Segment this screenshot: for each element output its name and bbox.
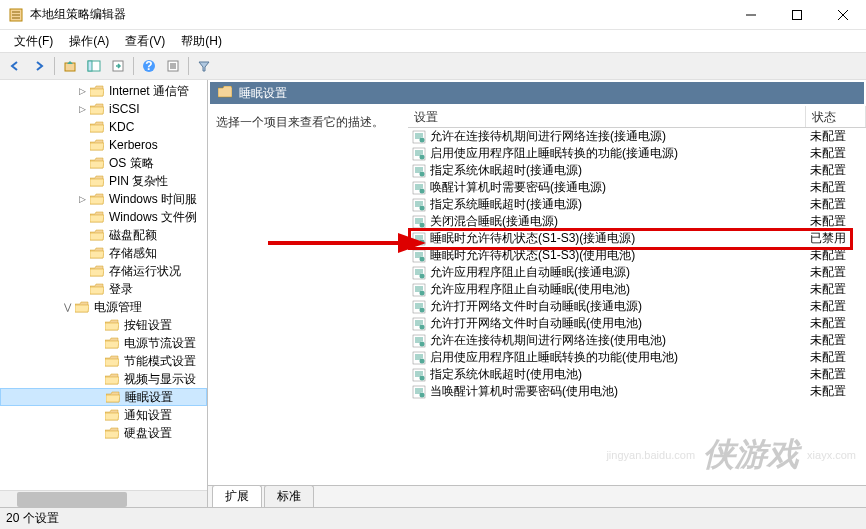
setting-row[interactable]: 指定系统休眠超时(接通电源)未配置 [408,162,866,179]
back-button[interactable] [4,55,26,77]
tree-item[interactable]: 电源节流设置 [0,334,207,352]
folder-icon [90,228,106,242]
tree-expander-icon[interactable]: ▷ [75,102,89,116]
tree-expander-icon[interactable]: ▷ [75,84,89,98]
forward-button[interactable] [28,55,50,77]
tree-item[interactable]: ▷iSCSI [0,100,207,118]
setting-row[interactable]: 指定系统休眠超时(使用电池)未配置 [408,366,866,383]
setting-row[interactable]: 允许应用程序阻止自动睡眠(使用电池)未配置 [408,281,866,298]
tree-item[interactable]: ▷Internet 通信管 [0,82,207,100]
tree-expander-icon[interactable] [75,264,89,278]
tree-expander-icon[interactable] [90,426,104,440]
tree-expander-icon[interactable]: ⋁ [60,300,74,314]
setting-row[interactable]: 允许打开网络文件时自动睡眠(使用电池)未配置 [408,315,866,332]
menu-view[interactable]: 查看(V) [117,31,173,52]
window-title: 本地组策略编辑器 [30,6,728,23]
menu-action[interactable]: 操作(A) [61,31,117,52]
setting-row[interactable]: 允许应用程序阻止自动睡眠(接通电源)未配置 [408,264,866,281]
export-button[interactable] [107,55,129,77]
setting-row[interactable]: 允许在连接待机期间进行网络连接(接通电源)未配置 [408,128,866,145]
tree-item[interactable]: Kerberos [0,136,207,154]
tree-h-scrollbar[interactable] [0,490,207,507]
tree-expander-icon[interactable] [75,174,89,188]
setting-row[interactable]: 睡眠时允许待机状态(S1-S3)(接通电源)已禁用 [408,230,866,247]
folder-icon [90,264,106,278]
filter-button[interactable] [193,55,215,77]
tree-item[interactable]: 硬盘设置 [0,424,207,442]
properties-button[interactable] [162,55,184,77]
tree-item[interactable]: OS 策略 [0,154,207,172]
setting-label: 启用使应用程序阻止睡眠转换的功能(使用电池) [430,349,678,366]
titlebar-buttons [728,0,866,30]
setting-row[interactable]: 允许打开网络文件时自动睡眠(接通电源)未配置 [408,298,866,315]
setting-row[interactable]: 当唤醒计算机时需要密码(使用电池)未配置 [408,383,866,400]
column-setting[interactable]: 设置 [408,106,806,127]
tree-expander-icon[interactable] [90,354,104,368]
menu-file[interactable]: 文件(F) [6,31,61,52]
tree-item[interactable]: ⋁电源管理 [0,298,207,316]
titlebar: 本地组策略编辑器 [0,0,866,30]
up-button[interactable] [59,55,81,77]
tree-item[interactable]: 按钮设置 [0,316,207,334]
setting-label: 指定系统休眠超时(使用电池) [430,366,582,383]
folder-icon [90,102,106,116]
setting-row[interactable]: 睡眠时允许待机状态(S1-S3)(使用电池)未配置 [408,247,866,264]
svg-point-37 [420,188,425,193]
tree-item-label: 存储感知 [109,245,157,262]
tree-expander-icon[interactable] [90,372,104,386]
minimize-button[interactable] [728,0,774,30]
tree-expander-icon[interactable] [75,246,89,260]
tree-expander-icon[interactable] [90,318,104,332]
setting-label: 允许打开网络文件时自动睡眠(使用电池) [430,315,642,332]
tree-expander-icon[interactable] [90,408,104,422]
setting-state: 未配置 [806,162,866,179]
tree-expander-icon[interactable] [75,138,89,152]
tree-item[interactable]: 视频与显示设 [0,370,207,388]
menu-help[interactable]: 帮助(H) [173,31,230,52]
tree-item[interactable]: 存储感知 [0,244,207,262]
setting-row[interactable]: 唤醒计算机时需要密码(接通电源)未配置 [408,179,866,196]
setting-state: 未配置 [806,213,866,230]
tree-expander-icon[interactable] [75,210,89,224]
tree-panel[interactable]: ▷Internet 通信管▷iSCSIKDCKerberosOS 策略PIN 复… [0,80,208,507]
tree-expander-icon[interactable] [90,336,104,350]
tree-item[interactable]: KDC [0,118,207,136]
tree-expander-icon[interactable] [75,120,89,134]
tree-item[interactable]: 磁盘配额 [0,226,207,244]
tree-item[interactable]: Windows 文件例 [0,208,207,226]
column-state[interactable]: 状态 [806,106,866,127]
tree-item[interactable]: 存储运行状况 [0,262,207,280]
tree-item[interactable]: PIN 复杂性 [0,172,207,190]
maximize-button[interactable] [774,0,820,30]
tree-item-label: Internet 通信管 [109,83,189,100]
setting-label: 允许在连接待机期间进行网络连接(使用电池) [430,332,666,349]
tree-item[interactable]: 睡眠设置 [0,388,207,406]
toolbar-separator [54,57,55,75]
tree-expander-icon[interactable] [75,156,89,170]
tree-expander-icon[interactable] [75,228,89,242]
tree-expander-icon[interactable] [75,282,89,296]
folder-icon [90,138,106,152]
tree-item[interactable]: 通知设置 [0,406,207,424]
setting-row[interactable]: 允许在连接待机期间进行网络连接(使用电池)未配置 [408,332,866,349]
tree-item[interactable]: 登录 [0,280,207,298]
setting-state: 未配置 [806,196,866,213]
svg-point-47 [420,222,425,227]
tree-item[interactable]: 节能模式设置 [0,352,207,370]
settings-list[interactable]: 设置 状态 允许在连接待机期间进行网络连接(接通电源)未配置启用使应用程序阻止睡… [408,106,866,485]
setting-row[interactable]: 启用使应用程序阻止睡眠转换的功能(接通电源)未配置 [408,145,866,162]
tab-standard[interactable]: 标准 [264,485,314,507]
show-hide-tree-button[interactable] [83,55,105,77]
svg-point-97 [420,392,425,397]
close-button[interactable] [820,0,866,30]
setting-row[interactable]: 指定系统睡眠超时(接通电源)未配置 [408,196,866,213]
tree-expander-icon[interactable]: ▷ [75,192,89,206]
help-button[interactable]: ? [138,55,160,77]
tab-extended[interactable]: 扩展 [212,485,262,507]
setting-label: 允许应用程序阻止自动睡眠(接通电源) [430,264,630,281]
setting-row[interactable]: 启用使应用程序阻止睡眠转换的功能(使用电池)未配置 [408,349,866,366]
setting-row[interactable]: 关闭混合睡眠(接通电源)未配置 [408,213,866,230]
policy-icon [412,198,426,212]
tree-expander-icon[interactable] [91,390,105,404]
tree-item[interactable]: ▷Windows 时间服 [0,190,207,208]
